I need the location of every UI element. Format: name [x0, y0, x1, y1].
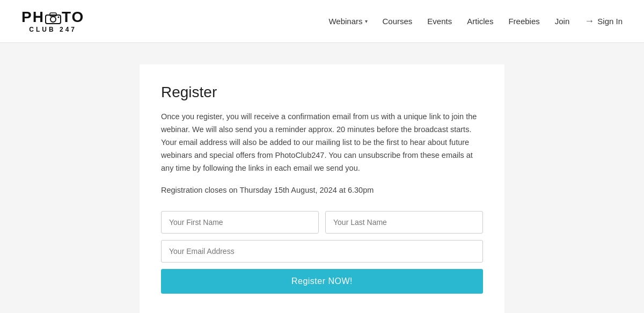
logo-text: PH TO — [21, 10, 84, 25]
svg-point-3 — [57, 17, 59, 18]
main-content: Register Once you register, you will rec… — [0, 43, 644, 313]
register-now-button[interactable]: Register NOW! — [161, 269, 483, 294]
email-input[interactable] — [161, 240, 483, 263]
first-name-input[interactable] — [161, 211, 319, 234]
nav-item-join[interactable]: Join — [555, 17, 570, 26]
logo-sub: CLUB 247 — [29, 26, 77, 33]
nav-item-events[interactable]: Events — [427, 17, 452, 26]
nav-item-webinars[interactable]: Webinars ▾ — [328, 17, 367, 26]
name-row — [161, 211, 483, 234]
registration-closes: Registration closes on Thursday 15th Aug… — [161, 185, 483, 196]
registration-form: Register NOW! — [161, 211, 483, 294]
last-name-input[interactable] — [325, 211, 483, 234]
register-description: Once you register, you will receive a co… — [161, 111, 483, 175]
main-nav: Webinars ▾ Courses Events Articles Freeb… — [328, 16, 623, 27]
logo: PH TO CLUB 247 — [21, 10, 84, 33]
nav-item-freebies[interactable]: Freebies — [508, 17, 539, 26]
logo-camera — [45, 10, 62, 25]
svg-point-1 — [50, 17, 56, 22]
signin-button[interactable]: → Sign In — [584, 16, 623, 27]
nav-item-articles[interactable]: Articles — [467, 17, 493, 26]
register-card: Register Once you register, you will rec… — [140, 64, 504, 313]
nav-item-courses[interactable]: Courses — [383, 17, 413, 26]
camera-icon — [45, 11, 61, 24]
chevron-down-icon: ▾ — [365, 18, 368, 24]
header: PH TO CLUB 247 Webinars ▾ Courses Events… — [0, 0, 644, 43]
signin-icon: → — [584, 16, 594, 27]
page-title: Register — [161, 84, 483, 101]
